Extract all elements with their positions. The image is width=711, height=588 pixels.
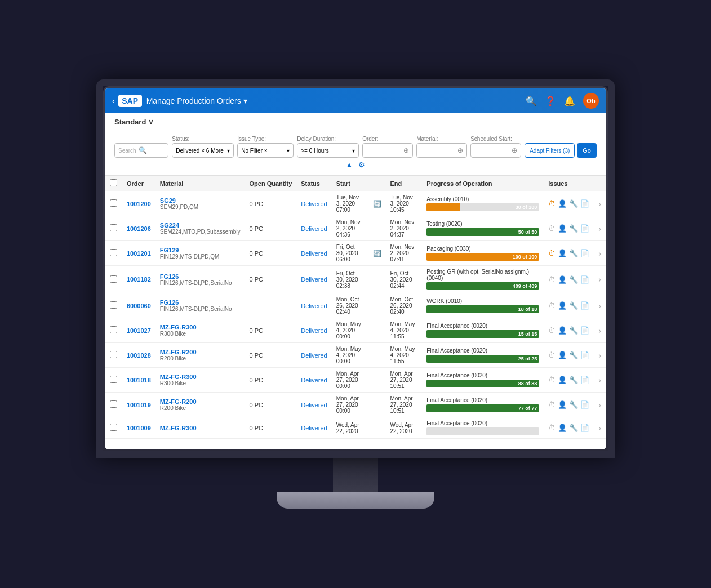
row-nav-arrow[interactable]: › <box>598 351 601 360</box>
table-row[interactable]: 1001028MZ-FG-R200R200 Bike0 PCDeliveredM… <box>105 343 606 368</box>
open-qty-cell <box>245 293 296 318</box>
row-checkbox[interactable] <box>110 301 117 309</box>
scheduled-input[interactable]: ⊕ <box>470 143 521 158</box>
row-checkbox[interactable] <box>110 275 117 283</box>
nav-cell[interactable]: › <box>594 241 606 266</box>
issue-filter[interactable]: No Filter × ▾ <box>237 143 294 158</box>
issues-icons: ⏱ 👤 🔧 📄 <box>548 224 589 233</box>
row-checkbox[interactable] <box>110 249 117 256</box>
nav-cell[interactable]: › <box>594 343 606 368</box>
search-icon[interactable]: 🔍 <box>526 96 537 106</box>
progress-label: Assembly (0010) <box>426 196 539 202</box>
settings-icon[interactable]: ⚙ <box>358 161 365 169</box>
bell-icon[interactable]: 🔔 <box>564 96 575 106</box>
row-nav-arrow[interactable]: › <box>598 275 601 284</box>
row-checkbox-cell <box>105 318 122 343</box>
material-link[interactable]: SG224 <box>160 222 241 229</box>
collapse-icon[interactable]: ▲ <box>346 161 353 169</box>
material-link[interactable]: MZ-FG-R300 <box>160 373 241 380</box>
material-link[interactable]: MZ-FG-R200 <box>160 398 241 405</box>
go-button[interactable]: Go <box>577 143 597 158</box>
table-row[interactable]: 1001201FG129FIN129,MTS-DI,PD,QM0 PCDeliv… <box>105 241 606 266</box>
order-link[interactable]: 1001018 <box>127 377 151 384</box>
variant-selector[interactable]: Standard ∨ <box>114 118 154 126</box>
table-row[interactable]: 1001182FG126FIN126,MTS-DI,PD,SerialNo0 P… <box>105 266 606 293</box>
subheader: Standard ∨ <box>105 113 606 131</box>
order-link[interactable]: 1001019 <box>127 402 151 408</box>
table-row[interactable]: 1001027MZ-FG-R300R300 Bike0 PCDeliveredM… <box>105 318 606 343</box>
order-link[interactable]: 1001201 <box>127 250 151 257</box>
row-nav-arrow[interactable]: › <box>598 301 601 310</box>
material-link[interactable]: MZ-FG-R300 <box>160 425 241 431</box>
select-all-header[interactable] <box>105 176 122 191</box>
nav-cell[interactable]: › <box>594 293 606 318</box>
clock-icon-cell: 🔄 <box>368 241 386 266</box>
order-link[interactable]: 1001027 <box>127 327 151 334</box>
table-row[interactable]: 1001018MZ-FG-R300R300 Bike0 PCDeliveredM… <box>105 368 606 393</box>
adapt-filters-button[interactable]: Adapt Filters (3) <box>525 143 575 158</box>
order-link[interactable]: 1001028 <box>127 352 151 359</box>
material-link[interactable]: FG126 <box>160 273 241 280</box>
nav-cell[interactable]: › <box>594 266 606 293</box>
search-input[interactable]: Search 🔍 <box>114 143 168 158</box>
help-icon[interactable]: ❓ <box>545 96 556 106</box>
nav-cell[interactable]: › <box>594 216 606 241</box>
table-row[interactable]: 1001200SG29SEM29,PD,QM0 PCDeliveredTue, … <box>105 191 606 216</box>
order-link[interactable]: 1001200 <box>127 201 151 207</box>
nav-cell[interactable]: › <box>594 417 606 439</box>
material-input[interactable]: ⊕ <box>416 143 467 158</box>
order-link[interactable]: 6000060 <box>127 302 151 309</box>
row-checkbox[interactable] <box>110 224 117 231</box>
material-label: Material: <box>416 136 467 142</box>
person-issue-icon: 👤 <box>558 275 567 284</box>
row-checkbox[interactable] <box>110 424 117 431</box>
table-container[interactable]: Order Material Open Quantity Status Star… <box>105 176 606 449</box>
progress-cell: Testing (0020) 50 of 50 <box>422 216 544 241</box>
order-input[interactable]: ⊕ <box>362 143 413 158</box>
status-value: Delivered <box>301 201 327 207</box>
monitor-stand-base <box>277 492 434 509</box>
col-material: Material <box>155 176 245 191</box>
order-link[interactable]: 1001182 <box>127 276 151 283</box>
nav-cell[interactable]: › <box>594 368 606 393</box>
delay-filter[interactable]: >= 0 Hours ▾ <box>297 143 359 158</box>
row-nav-arrow[interactable]: › <box>598 326 601 335</box>
nav-cell[interactable]: › <box>594 393 606 417</box>
back-button[interactable]: ‹ <box>112 96 115 105</box>
table-row[interactable]: 1001206SG224SEM224,MTO,PD,Subassembly0 P… <box>105 216 606 241</box>
row-checkbox[interactable] <box>110 376 117 383</box>
row-checkbox[interactable] <box>110 199 117 207</box>
scheduled-icon: ⊕ <box>512 146 517 154</box>
row-checkbox[interactable] <box>110 351 117 358</box>
avatar[interactable]: Ob <box>583 93 599 109</box>
order-link[interactable]: 1001206 <box>127 225 151 232</box>
row-checkbox[interactable] <box>110 400 117 408</box>
table-row[interactable]: 6000060FG126FIN126,MTS-DI,PD,SerialNoDel… <box>105 293 606 318</box>
row-nav-arrow[interactable]: › <box>598 199 601 208</box>
table-row[interactable]: 1001019MZ-FG-R200R200 Bike0 PCDeliveredM… <box>105 393 606 417</box>
end-cell: Mon, Nov 2, 2020 07:41 <box>386 241 423 266</box>
material-link[interactable]: SG29 <box>160 197 241 204</box>
wrench-issue-icon: 🔧 <box>569 199 578 208</box>
status-value: Delivered <box>301 352 327 359</box>
material-cell: MZ-FG-R300R300 Bike <box>155 368 245 393</box>
col-progress: Progress of Operation <box>422 176 544 191</box>
row-nav-arrow[interactable]: › <box>598 376 601 385</box>
select-all-checkbox[interactable] <box>110 179 117 186</box>
row-checkbox[interactable] <box>110 326 117 333</box>
material-link[interactable]: MZ-FG-R300 <box>160 324 241 331</box>
material-link[interactable]: FG129 <box>160 247 241 253</box>
status-filter[interactable]: Delivered × 6 More ▾ <box>172 143 234 158</box>
order-link[interactable]: 1001009 <box>127 425 151 431</box>
row-checkbox-cell <box>105 393 122 417</box>
table-row[interactable]: 1001009MZ-FG-R3000 PCDeliveredWed, Apr 2… <box>105 417 606 439</box>
nav-cell[interactable]: › <box>594 318 606 343</box>
row-nav-arrow[interactable]: › <box>598 249 601 258</box>
nav-cell[interactable]: › <box>594 191 606 216</box>
material-link[interactable]: FG126 <box>160 299 241 306</box>
row-nav-arrow[interactable]: › <box>598 400 601 409</box>
row-nav-arrow[interactable]: › <box>598 224 601 233</box>
start-cell: Tue, Nov 3, 2020 07:00 <box>332 191 368 216</box>
row-nav-arrow[interactable]: › <box>598 424 601 433</box>
material-link[interactable]: MZ-FG-R200 <box>160 349 241 355</box>
